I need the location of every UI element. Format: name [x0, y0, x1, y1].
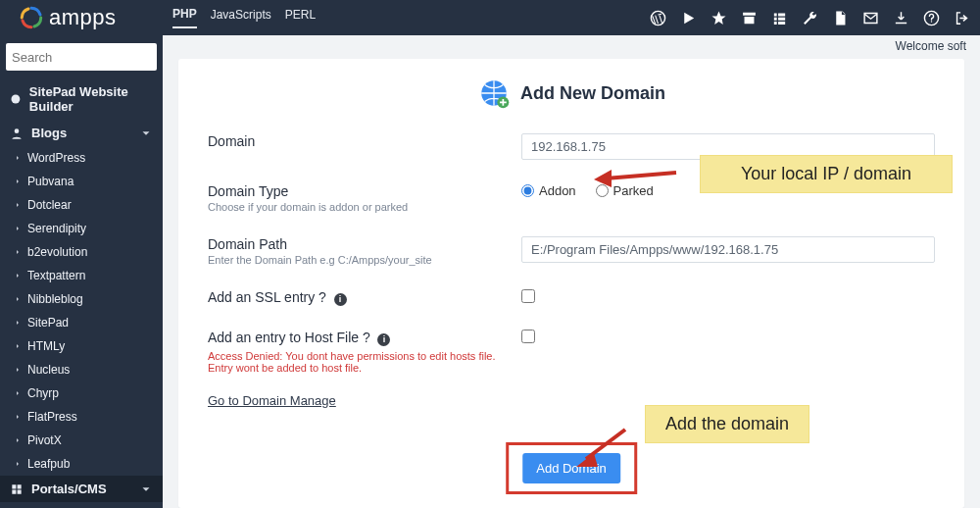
sidebar-sub-joomla[interactable]: Joomla: [0, 502, 163, 508]
chevron-right-icon: [14, 248, 22, 256]
archive-icon[interactable]: [741, 10, 758, 26]
chevron-right-icon: [14, 342, 22, 350]
search-input[interactable]: [12, 50, 163, 65]
chevron-right-icon: [14, 366, 22, 374]
sidebar: SitePad Website Builder Blogs WordPressP…: [0, 35, 163, 508]
help-domain-type: Choose if your domain is addon or parked: [208, 201, 512, 213]
row-ssl: Add an SSL entry ? i: [208, 289, 935, 306]
topbar: ampps PHP JavaScripts PERL: [0, 0, 980, 35]
annotation-add-domain: Add the domain: [645, 405, 809, 443]
chevron-right-icon: [14, 319, 22, 327]
sidebar-sub-item[interactable]: FlatPress: [0, 405, 163, 429]
sidebar-label-blogs: Blogs: [31, 126, 67, 140]
ampps-swirl-icon: [20, 6, 43, 29]
chevron-right-icon: [14, 178, 22, 185]
sidebar-item-sitepad[interactable]: SitePad Website Builder: [0, 78, 163, 120]
chevron-down-icon: [139, 483, 153, 496]
label-domain-type: Domain Type: [208, 183, 512, 199]
wrench-icon[interactable]: [802, 10, 818, 26]
svg-point-4: [11, 95, 20, 104]
chevron-right-icon: [14, 272, 22, 279]
radio-addon[interactable]: Addon: [521, 183, 576, 198]
help-domain-path: Enter the Domain Path e.g C:/Ampps/your_…: [208, 254, 512, 266]
chevron-right-icon: [14, 413, 22, 421]
tab-perl[interactable]: PERL: [285, 8, 316, 27]
sidebar-label-portals: Portals/CMS: [31, 482, 107, 496]
row-host-file: Add an entry to Host File ? i Access Den…: [208, 330, 935, 374]
sidebar-sub-item[interactable]: Chyrp: [0, 381, 163, 405]
sidebar-sub-item[interactable]: SitePad: [0, 311, 163, 334]
download-icon[interactable]: [893, 10, 909, 26]
wordpress-icon[interactable]: [650, 10, 666, 26]
main-area: Add New Domain Domain Domain Type Choose…: [163, 35, 980, 508]
chevron-right-icon: [14, 389, 22, 397]
radio-parked[interactable]: Parked: [596, 183, 654, 198]
svg-point-5: [15, 128, 20, 133]
submit-highlight-box: Add Domain: [506, 442, 637, 494]
sidebar-sub-item[interactable]: Pubvana: [0, 170, 163, 193]
sidebar-sub-item[interactable]: WordPress: [0, 146, 163, 170]
info-icon[interactable]: i: [377, 333, 390, 346]
star-icon[interactable]: [710, 10, 727, 26]
checkbox-host-file[interactable]: [521, 330, 535, 343]
sidebar-sub-item[interactable]: Dotclear: [0, 193, 163, 217]
mail-icon[interactable]: [862, 10, 879, 26]
top-icon-row: [650, 10, 970, 26]
sidebar-item-portals[interactable]: Portals/CMS: [0, 476, 163, 502]
input-domain-path[interactable]: [521, 236, 935, 263]
info-icon[interactable]: i: [334, 293, 347, 306]
sidebar-sub-item[interactable]: Serendipity: [0, 217, 163, 240]
chevron-right-icon: [14, 295, 22, 303]
sidebar-sub-item[interactable]: Nucleus: [0, 358, 163, 381]
sidebar-search[interactable]: [6, 43, 157, 71]
play-icon[interactable]: [680, 10, 697, 26]
chevron-right-icon: [14, 460, 22, 468]
error-host-file: Access Denied: You dont have permissions…: [208, 350, 502, 374]
sidebar-label-sitepad: SitePad Website Builder: [29, 84, 153, 114]
grid-icon: [10, 483, 24, 496]
sidebar-sub-item[interactable]: Leafpub: [0, 452, 163, 476]
link-domain-manage[interactable]: Go to Domain Manage: [208, 393, 336, 408]
add-domain-button[interactable]: Add Domain: [522, 453, 620, 483]
file-icon[interactable]: [832, 10, 849, 26]
brand-text: ampps: [49, 5, 117, 30]
sidebar-sub-item[interactable]: b2evolution: [0, 240, 163, 264]
sidebar-item-blogs[interactable]: Blogs: [0, 120, 163, 146]
annotation-local-ip: Your local IP / domain: [700, 155, 953, 193]
tab-php[interactable]: PHP: [172, 7, 197, 28]
label-host-file: Add an entry to Host File ?: [208, 330, 370, 345]
brand-logo: ampps: [20, 5, 167, 30]
user-icon: [10, 127, 24, 140]
page-title: Add New Domain: [520, 83, 665, 104]
sidebar-sub-item[interactable]: HTMLy: [0, 334, 163, 358]
checkbox-ssl[interactable]: [521, 289, 535, 303]
label-domain-path: Domain Path: [208, 236, 512, 252]
logout-icon[interactable]: [954, 10, 970, 26]
label-domain: Domain: [208, 133, 512, 149]
help-icon[interactable]: [923, 10, 940, 26]
label-ssl: Add an SSL entry ?: [208, 289, 326, 305]
chevron-right-icon: [14, 225, 22, 232]
sidebar-sub-item[interactable]: PivotX: [0, 429, 163, 452]
list-icon[interactable]: [771, 10, 788, 26]
chevron-right-icon: [14, 201, 22, 209]
row-domain-path: Domain Path Enter the Domain Path e.g C:…: [208, 236, 935, 266]
tab-js[interactable]: JavaScripts: [211, 8, 271, 27]
sidebar-sub-item[interactable]: Textpattern: [0, 264, 163, 287]
chevron-right-icon: [14, 154, 22, 162]
palette-icon: [10, 92, 22, 106]
svg-point-0: [27, 14, 36, 23]
add-domain-card: Add New Domain Domain Domain Type Choose…: [178, 59, 964, 508]
chevron-down-icon: [139, 127, 153, 140]
globe-add-icon: [477, 76, 511, 110]
page-header: Add New Domain: [208, 76, 935, 110]
chevron-right-icon: [14, 436, 22, 444]
sidebar-sub-item[interactable]: Nibbleblog: [0, 287, 163, 311]
top-tabs: PHP JavaScripts PERL: [172, 7, 316, 28]
